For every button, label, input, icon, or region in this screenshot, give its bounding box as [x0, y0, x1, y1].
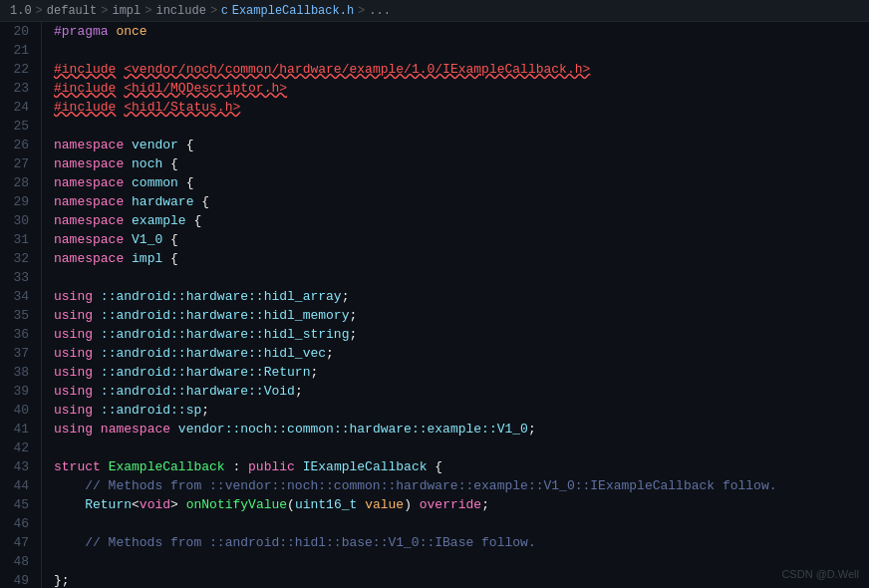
- line-numbers: 20 21 22 23 24 25 26 27 28 29 30 31 32 3…: [0, 22, 42, 588]
- ln-48: 48: [8, 552, 29, 571]
- ln-29: 29: [8, 192, 29, 211]
- ln-49: 49: [8, 571, 29, 588]
- code-line-37: using ::android::hardware::hidl_vec;: [54, 344, 869, 363]
- code-line-35: using ::android::hardware::hidl_memory;: [54, 306, 869, 325]
- ln-35: 35: [8, 306, 29, 325]
- ln-36: 36: [8, 325, 29, 344]
- ln-33: 33: [8, 268, 29, 287]
- ln-25: 25: [8, 117, 29, 136]
- code-content: #pragma once #include <vendor/noch/commo…: [42, 22, 869, 588]
- code-line-20: #pragma once: [54, 22, 869, 41]
- ln-38: 38: [8, 363, 29, 382]
- code-line-33: [54, 268, 869, 287]
- ln-41: 41: [8, 420, 29, 439]
- code-line-22: #include <vendor/noch/common/hardware/ex…: [54, 60, 869, 79]
- code-line-21: [54, 41, 869, 60]
- code-line-23: #include <hidl/MQDescriptor.h>: [54, 79, 869, 98]
- sep5: >: [358, 4, 365, 18]
- code-line-32: namespace impl {: [54, 249, 869, 268]
- ln-26: 26: [8, 136, 29, 154]
- code-line-48: [54, 552, 869, 571]
- code-line-29: namespace hardware {: [54, 192, 869, 211]
- sep1: >: [36, 4, 43, 18]
- code-line-39: using ::android::hardware::Void;: [54, 382, 869, 401]
- ln-40: 40: [8, 401, 29, 420]
- ln-31: 31: [8, 230, 29, 249]
- code-line-45: Return<void> onNotifyValue(uint16_t valu…: [54, 495, 869, 514]
- code-line-41: using namespace vendor::noch::common::ha…: [54, 420, 869, 439]
- code-line-28: namespace common {: [54, 173, 869, 192]
- ln-46: 46: [8, 514, 29, 533]
- code-line-40: using ::android::sp;: [54, 401, 869, 420]
- ln-27: 27: [8, 154, 29, 173]
- watermark: CSDN @D.Well: [781, 568, 859, 580]
- ln-44: 44: [8, 476, 29, 495]
- c-file-icon: C: [221, 5, 228, 17]
- code-line-44: // Methods from ::vendor::noch::common::…: [54, 476, 869, 495]
- ln-30: 30: [8, 211, 29, 230]
- code-line-47: // Methods from ::android::hidl::base::V…: [54, 533, 869, 552]
- code-line-36: using ::android::hardware::hidl_string;: [54, 325, 869, 344]
- code-line-30: namespace example {: [54, 211, 869, 230]
- ln-22: 22: [8, 60, 29, 79]
- ln-42: 42: [8, 439, 29, 457]
- ln-43: 43: [8, 457, 29, 476]
- breadcrumb-ellipsis: ...: [369, 4, 391, 18]
- sep3: >: [145, 4, 151, 18]
- code-line-42: [54, 439, 869, 457]
- ln-28: 28: [8, 173, 29, 192]
- code-line-26: namespace vendor {: [54, 136, 869, 154]
- breadcrumb-10[interactable]: 1.0: [10, 4, 32, 18]
- ln-23: 23: [8, 79, 29, 98]
- code-line-25: [54, 117, 869, 136]
- code-line-31: namespace V1_0 {: [54, 230, 869, 249]
- breadcrumb-impl[interactable]: impl: [112, 4, 141, 18]
- ln-34: 34: [8, 287, 29, 306]
- code-line-38: using ::android::hardware::Return;: [54, 363, 869, 382]
- breadcrumb-default[interactable]: default: [47, 4, 97, 18]
- breadcrumb: 1.0 > default > impl > include > C Examp…: [0, 0, 869, 22]
- code-line-24: #include <hidl/Status.h>: [54, 98, 869, 117]
- code-line-46: [54, 514, 869, 533]
- code-line-49: };: [54, 571, 869, 588]
- ln-47: 47: [8, 533, 29, 552]
- breadcrumb-include[interactable]: include: [155, 4, 205, 18]
- ln-45: 45: [8, 495, 29, 514]
- sep4: >: [210, 4, 217, 18]
- code-line-43: struct ExampleCallback : public IExample…: [54, 457, 869, 476]
- ln-32: 32: [8, 249, 29, 268]
- breadcrumb-filename[interactable]: ExampleCallback.h: [232, 4, 354, 18]
- ln-20: 20: [8, 22, 29, 41]
- code-line-27: namespace noch {: [54, 154, 869, 173]
- ln-39: 39: [8, 382, 29, 401]
- code-line-34: using ::android::hardware::hidl_array;: [54, 287, 869, 306]
- ln-37: 37: [8, 344, 29, 363]
- sep2: >: [101, 4, 108, 18]
- ln-21: 21: [8, 41, 29, 60]
- ln-24: 24: [8, 98, 29, 117]
- code-area: 20 21 22 23 24 25 26 27 28 29 30 31 32 3…: [0, 22, 869, 588]
